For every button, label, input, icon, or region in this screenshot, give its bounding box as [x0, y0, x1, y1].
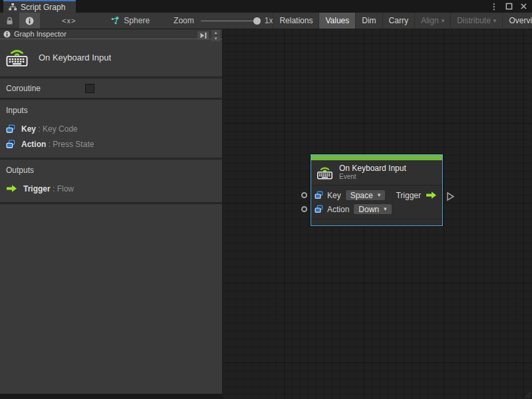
panel-bottom-strip: [0, 394, 222, 399]
graph-toolbar: <x> Sphere Zoom 1x Relations Values: [0, 13, 532, 29]
key-port-row: Key Space ▾ Trigger: [315, 188, 438, 202]
graph-canvas[interactable]: On Keyboard Input Event Key Space ▾: [223, 29, 532, 399]
inputs-title: Inputs: [6, 106, 216, 115]
graph-owner-label: Sphere: [124, 16, 150, 25]
chevron-down-icon: ▾: [493, 18, 497, 24]
graph-hierarchy-icon: [8, 3, 17, 11]
inspector-maximize-button[interactable]: [198, 31, 209, 40]
input-name: Key: [21, 124, 36, 134]
event-color-bar: [311, 155, 442, 160]
output-trigger-text: Trigger : Flow: [23, 184, 74, 194]
output-name: Trigger: [23, 184, 51, 194]
node-title: On Keyboard Input: [339, 164, 406, 173]
output-row-trigger: Trigger : Flow: [6, 181, 216, 196]
dim-button[interactable]: Dim: [355, 13, 382, 29]
coroutine-row: Coroutine: [0, 78, 222, 98]
flow-arrow-icon: [426, 191, 437, 200]
expand-panel-icon: [200, 32, 207, 39]
zoom-value: 1x: [265, 16, 273, 25]
input-row-action: Action : Press State: [6, 136, 216, 152]
node-header-text: On Keyboard Input Event: [339, 164, 406, 181]
trigger-label: Trigger: [396, 191, 421, 200]
distribute-label: Distribute: [457, 16, 491, 25]
on-keyboard-input-node[interactable]: On Keyboard Input Event Key Space ▾: [311, 154, 443, 226]
overview-label: Overview: [509, 16, 532, 25]
relations-button[interactable]: Relations: [273, 13, 319, 29]
input-key-text: Key : Key Code: [21, 124, 78, 134]
input-row-key: Key : Key Code: [6, 121, 216, 136]
inspector-header-label: Graph Inspector: [14, 30, 66, 38]
script-graph-window: Script Graph ⋮ <x>: [0, 0, 532, 399]
align-dropdown-button[interactable]: Align ▾: [414, 13, 450, 29]
carry-button[interactable]: Carry: [382, 13, 414, 29]
scroll-up-button[interactable]: ▲: [211, 30, 220, 35]
toolbar-button-group: Relations Values Dim Carry Align ▾ Distr…: [273, 13, 532, 29]
zoom-slider-handle[interactable]: [253, 17, 261, 25]
code-preview-button[interactable]: <x>: [56, 13, 82, 29]
tab-script-graph[interactable]: Script Graph: [3, 0, 76, 13]
input-type: : Key Code: [38, 124, 77, 134]
close-button[interactable]: [520, 3, 527, 10]
action-input-port[interactable]: [301, 206, 307, 212]
node-footer: [311, 219, 442, 225]
node-subtitle: Event: [339, 173, 406, 181]
maximize-button[interactable]: [505, 3, 513, 10]
zoom-control: Zoom 1x: [174, 13, 273, 29]
inspector-header-controls: ▲ ▼: [198, 30, 220, 41]
input-name: Action: [21, 140, 46, 149]
node-body: Key Space ▾ Trigger: [311, 186, 442, 219]
key-value-dropdown[interactable]: Space ▾: [345, 190, 386, 201]
values-button[interactable]: Values: [319, 13, 355, 29]
window-controls: ⋮: [490, 0, 527, 13]
zoom-slider[interactable]: [201, 21, 258, 21]
chevron-down-icon: ▾: [378, 192, 381, 198]
window-menu-button[interactable]: ⋮: [490, 2, 498, 11]
chevron-down-icon: ▾: [442, 18, 445, 24]
overview-button[interactable]: Overview: [502, 13, 532, 29]
dim-label: Dim: [362, 16, 376, 25]
code-icon: <x>: [62, 17, 76, 25]
action-port-row: Action Down ▾: [315, 202, 438, 216]
section-divider: [0, 202, 222, 204]
value-port-icon: [315, 205, 323, 213]
inspector-toggle-button[interactable]: [19, 13, 40, 29]
tab-bar: Script Graph ⋮: [0, 0, 532, 13]
input-type: : Press State: [49, 140, 94, 149]
trigger-port-group: Trigger: [396, 191, 438, 200]
distribute-dropdown-button[interactable]: Distribute ▾: [450, 13, 502, 29]
info-icon: [25, 17, 34, 25]
inspector-scroll-spinner: ▲ ▼: [211, 30, 220, 41]
value-port-icon: [6, 140, 15, 149]
output-type: : Flow: [53, 184, 74, 194]
inspector-header[interactable]: Graph Inspector ▲ ▼: [0, 29, 222, 39]
graph-owner-button[interactable]: Sphere: [98, 13, 156, 29]
unit-title: On Keyboard Input: [39, 53, 111, 63]
relations-label: Relations: [279, 16, 313, 25]
coroutine-checkbox[interactable]: [85, 84, 94, 93]
node-header[interactable]: On Keyboard Input Event: [311, 160, 442, 186]
value-port-icon: [315, 191, 323, 200]
lock-icon: [6, 17, 13, 25]
key-input-port[interactable]: [301, 192, 307, 198]
lock-button[interactable]: [0, 13, 19, 29]
unit-title-section: On Keyboard Input: [0, 39, 222, 76]
info-icon: [3, 31, 11, 38]
coroutine-label: Coroutine: [6, 84, 85, 93]
key-port-label: Key: [327, 191, 341, 200]
action-port-label: Action: [327, 205, 349, 214]
resize-gripper[interactable]: [523, 390, 531, 398]
trigger-output-port[interactable]: [446, 192, 455, 201]
action-value-dropdown[interactable]: Down ▾: [353, 203, 392, 215]
value-port-icon: [6, 124, 15, 134]
flow-arrow-icon: [6, 184, 17, 193]
chevron-down-icon: ▾: [384, 206, 387, 212]
key-value: Space: [350, 191, 373, 200]
inputs-section: Inputs Key : Key Code Action : Press Sta…: [0, 100, 222, 158]
keyboard-event-icon: [5, 47, 29, 67]
tab-label: Script Graph: [21, 3, 65, 12]
outputs-section: Outputs Trigger : Flow: [0, 160, 222, 202]
zoom-label: Zoom: [174, 16, 194, 25]
scroll-down-button[interactable]: ▼: [211, 36, 220, 41]
graph-inspector-panel: Graph Inspector ▲ ▼: [0, 29, 223, 399]
outputs-title: Outputs: [6, 166, 216, 175]
